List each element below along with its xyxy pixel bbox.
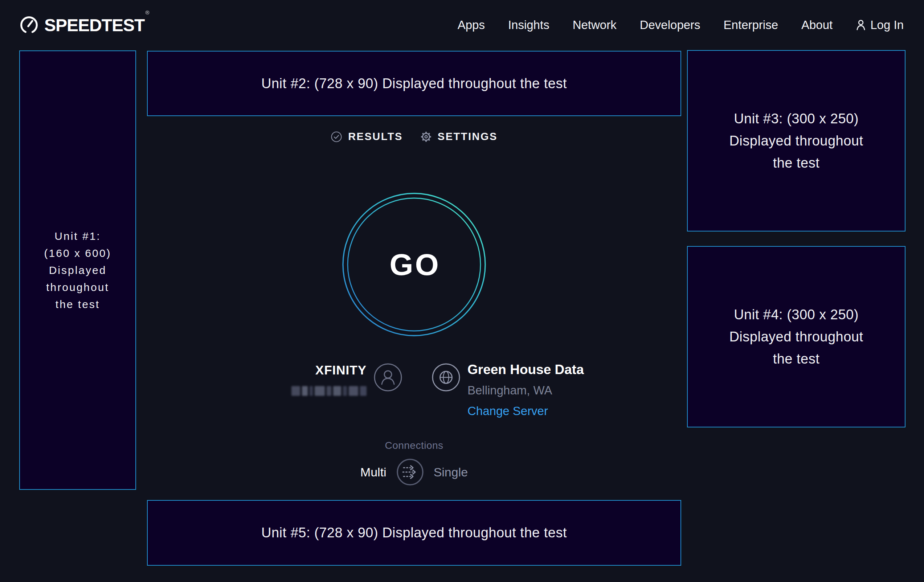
- ad-unit-4-rectangle[interactable]: Unit #4: (300 x 250) Displayed throughou…: [687, 246, 906, 427]
- check-circle-icon: [331, 131, 342, 143]
- nav-item-developers[interactable]: Developers: [640, 18, 700, 32]
- tab-results[interactable]: RESULTS: [331, 130, 403, 143]
- server-name: Green House Data: [467, 362, 584, 378]
- view-tabs: RESULTS SETTINGS: [147, 130, 681, 143]
- user-icon: [856, 19, 866, 31]
- ad-text: Unit #2: (728 x 90) Displayed throughout…: [261, 76, 567, 91]
- connections-single-option[interactable]: Single: [434, 465, 468, 479]
- top-navigation-bar: SPEEDTEST® Apps Insights Network Develop…: [0, 0, 924, 50]
- nav-item-network[interactable]: Network: [573, 18, 617, 32]
- tab-settings[interactable]: SETTINGS: [420, 130, 498, 143]
- go-button[interactable]: GO: [342, 192, 487, 337]
- connections-label: Connections: [147, 440, 681, 452]
- ad-text-line: Displayed throughout: [729, 326, 863, 348]
- nav-item-insights[interactable]: Insights: [508, 18, 549, 32]
- globe-icon: [432, 363, 460, 392]
- main-nav: Apps Insights Network Developers Enterpr…: [458, 18, 904, 32]
- tab-results-label: RESULTS: [348, 130, 403, 143]
- nav-item-apps[interactable]: Apps: [458, 18, 485, 32]
- logo-wordmark: SPEEDTEST®: [44, 15, 148, 35]
- ad-text-line: throughout: [46, 279, 109, 296]
- ad-text-line: Displayed: [49, 262, 107, 279]
- tab-settings-label: SETTINGS: [438, 130, 498, 143]
- isp-info: XFINITY: [258, 363, 366, 397]
- login-button[interactable]: Log In: [856, 18, 904, 32]
- speedtest-logo[interactable]: SPEEDTEST®: [19, 15, 148, 35]
- ad-text-line: Unit #1:: [54, 228, 101, 244]
- speedometer-gauge-icon: [19, 15, 39, 35]
- change-server-link[interactable]: Change Server: [467, 404, 584, 418]
- ad-text-line: (160 x 600): [44, 244, 111, 262]
- go-button-label: GO: [342, 192, 487, 337]
- isp-details-masked: [291, 386, 366, 396]
- ad-unit-3-rectangle[interactable]: Unit #3: (300 x 250) Displayed throughou…: [687, 50, 906, 231]
- ad-text-line: Unit #4: (300 x 250): [734, 304, 859, 326]
- connections-toggle-icon[interactable]: [396, 458, 424, 486]
- ad-text-line: the test: [773, 152, 820, 174]
- ad-unit-2-leaderboard[interactable]: Unit #2: (728 x 90) Displayed throughout…: [147, 51, 681, 116]
- gear-icon: [420, 131, 432, 143]
- ad-unit-1-skyscraper[interactable]: Unit #1: (160 x 600) Displayed throughou…: [19, 50, 136, 490]
- connections-toggle-row: Multi Single: [147, 458, 681, 486]
- ad-text-line: the test: [773, 348, 820, 370]
- server-info: Green House Data Bellingham, WA Change S…: [467, 362, 584, 418]
- ad-text-line: the test: [56, 296, 100, 313]
- ad-text: Unit #5: (728 x 90) Displayed throughout…: [261, 525, 567, 541]
- isp-user-icon: [373, 363, 403, 392]
- server-location: Bellingham, WA: [467, 384, 584, 397]
- login-label: Log In: [870, 18, 904, 32]
- logo-text: SPEEDTEST: [44, 16, 144, 35]
- ad-text-line: Unit #3: (300 x 250): [734, 108, 859, 130]
- trademark-mark: ®: [145, 10, 149, 16]
- ad-text-line: Displayed throughout: [729, 130, 863, 152]
- nav-item-about[interactable]: About: [801, 18, 833, 32]
- nav-item-enterprise[interactable]: Enterprise: [724, 18, 778, 32]
- connections-multi-option[interactable]: Multi: [360, 465, 386, 479]
- ad-unit-5-leaderboard[interactable]: Unit #5: (728 x 90) Displayed throughout…: [147, 500, 681, 566]
- speedtest-page: SPEEDTEST® Apps Insights Network Develop…: [0, 0, 924, 582]
- isp-name: XFINITY: [258, 363, 366, 378]
